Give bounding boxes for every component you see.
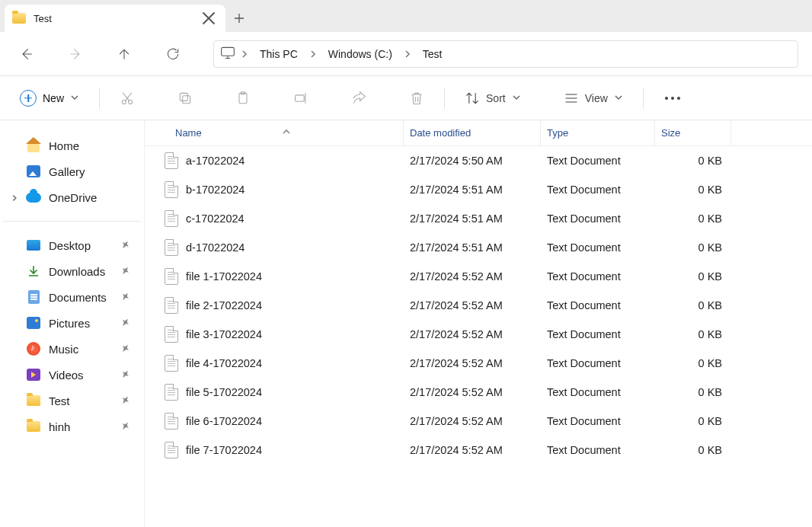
column-date[interactable]: Date modified: [404, 120, 541, 145]
text-file-icon: [165, 152, 178, 169]
pin-icon: [120, 291, 130, 304]
download-icon: [26, 264, 41, 279]
table-row[interactable]: file 2-170220242/17/2024 5:52 AMText Doc…: [145, 291, 812, 320]
gallery-icon: [26, 164, 41, 179]
cell-size: 0 KB: [655, 241, 731, 254]
new-label: New: [43, 92, 64, 104]
close-tab-button[interactable]: [200, 9, 218, 27]
file-name: file 4-17022024: [186, 357, 262, 369]
chevron-right-icon[interactable]: [403, 50, 412, 59]
text-file-icon: [165, 413, 178, 430]
sort-label: Sort: [486, 92, 506, 104]
chevron-right-icon[interactable]: [308, 50, 318, 59]
music-icon: [26, 341, 41, 356]
cell-type: Text Document: [541, 155, 655, 167]
svg-rect-4: [180, 93, 187, 101]
delete-button[interactable]: [403, 86, 430, 110]
cell-name: b-17022024: [145, 181, 404, 198]
breadcrumb-this-pc[interactable]: This PC: [254, 45, 304, 63]
cell-name: file 7-17022024: [145, 442, 404, 458]
chevron-down-icon: [614, 92, 623, 104]
cell-type: Text Document: [541, 328, 655, 340]
pic-icon: [26, 315, 41, 331]
cut-button[interactable]: [113, 86, 141, 110]
table-row[interactable]: file 6-170220242/17/2024 5:52 AMText Doc…: [145, 407, 812, 436]
desktop-icon: [26, 238, 41, 253]
sidebar-item-videos[interactable]: Videos: [3, 362, 141, 388]
table-row[interactable]: file 4-170220242/17/2024 5:52 AMText Doc…: [145, 349, 812, 378]
cell-size: 0 KB: [655, 212, 731, 225]
file-name: a-17022024: [186, 155, 245, 167]
monitor-icon: [220, 46, 235, 62]
copy-button[interactable]: [171, 86, 199, 110]
table-row[interactable]: file 3-170220242/17/2024 5:52 AMText Doc…: [145, 320, 812, 349]
rename-button[interactable]: [287, 86, 315, 110]
forward-button[interactable]: [62, 41, 88, 67]
sidebar-item-label: Documents: [49, 291, 107, 304]
cell-name: file 4-17022024: [145, 355, 404, 372]
cell-date: 2/17/2024 5:52 AM: [404, 415, 541, 427]
table-row[interactable]: file 5-170220242/17/2024 5:52 AMText Doc…: [145, 378, 812, 407]
column-size[interactable]: Size: [655, 120, 731, 145]
cell-type: Text Document: [541, 241, 655, 254]
new-tab-button[interactable]: [225, 5, 253, 32]
breadcrumb-drive[interactable]: Windows (C:): [322, 45, 398, 63]
toolbar: New Sort View: [0, 76, 812, 120]
table-row[interactable]: a-170220242/17/2024 5:50 AMText Document…: [145, 146, 812, 175]
paste-button[interactable]: [229, 86, 257, 110]
column-type[interactable]: Type: [541, 120, 655, 145]
doc-icon: [26, 289, 41, 305]
table-row[interactable]: d-170220242/17/2024 5:51 AMText Document…: [145, 233, 812, 262]
cell-date: 2/17/2024 5:51 AM: [404, 241, 541, 254]
folder-icon: [12, 13, 26, 24]
cell-type: Text Document: [541, 299, 655, 311]
pin-icon: [120, 265, 130, 278]
back-button[interactable]: [14, 41, 40, 67]
cell-type: Text Document: [541, 357, 655, 369]
text-file-icon: [165, 239, 178, 256]
table-row[interactable]: file 7-170220242/17/2024 5:52 AMText Doc…: [145, 436, 812, 465]
sidebar-item-documents[interactable]: Documents: [3, 284, 141, 310]
new-button[interactable]: New: [14, 85, 85, 111]
text-file-icon: [165, 326, 178, 343]
cell-size: 0 KB: [655, 328, 731, 340]
cell-name: c-17022024: [145, 210, 404, 227]
sidebar-item-home[interactable]: Home: [3, 133, 141, 158]
cell-type: Text Document: [541, 444, 655, 456]
sidebar-item-desktop[interactable]: Desktop: [3, 232, 141, 258]
sidebar-item-label: Pictures: [49, 317, 90, 330]
cell-name: file 3-17022024: [145, 326, 404, 343]
share-button[interactable]: [345, 86, 372, 110]
column-name[interactable]: Name: [145, 120, 404, 145]
sidebar-item-pictures[interactable]: Pictures: [3, 310, 141, 336]
cell-date: 2/17/2024 5:51 AM: [404, 212, 541, 225]
refresh-button[interactable]: [160, 41, 186, 67]
chevron-down-icon: [512, 92, 521, 104]
sidebar-item-downloads[interactable]: Downloads: [3, 258, 141, 284]
cell-date: 2/17/2024 5:51 AM: [404, 184, 541, 196]
more-button[interactable]: [657, 92, 688, 104]
text-file-icon: [165, 442, 178, 458]
view-button[interactable]: View: [558, 86, 629, 110]
column-headers: Name Date modified Type Size: [145, 120, 812, 146]
cell-name: d-17022024: [145, 239, 404, 256]
separator: [444, 88, 445, 109]
breadcrumb[interactable]: This PC Windows (C:) Test: [213, 40, 798, 68]
sidebar-item-onedrive[interactable]: OneDrive: [3, 184, 141, 210]
tab-current[interactable]: Test: [5, 5, 225, 32]
cell-date: 2/17/2024 5:52 AM: [404, 386, 541, 398]
svg-rect-3: [183, 95, 190, 103]
breadcrumb-folder[interactable]: Test: [417, 45, 449, 63]
chevron-right-icon[interactable]: [240, 50, 249, 59]
sidebar-item-music[interactable]: Music: [3, 336, 141, 362]
sidebar-item-label: Music: [49, 343, 78, 356]
table-row[interactable]: c-170220242/17/2024 5:51 AMText Document…: [145, 204, 812, 233]
sidebar-item-hinh[interactable]: hinh: [3, 414, 141, 439]
sort-button[interactable]: Sort: [459, 86, 527, 110]
table-row[interactable]: b-170220242/17/2024 5:51 AMText Document…: [145, 175, 812, 204]
up-button[interactable]: [111, 41, 137, 67]
sidebar-item-gallery[interactable]: Gallery: [3, 158, 141, 184]
sidebar-item-test[interactable]: Test: [3, 388, 141, 414]
table-row[interactable]: file 1-170220242/17/2024 5:52 AMText Doc…: [145, 262, 812, 291]
file-name: file 2-17022024: [186, 299, 262, 311]
